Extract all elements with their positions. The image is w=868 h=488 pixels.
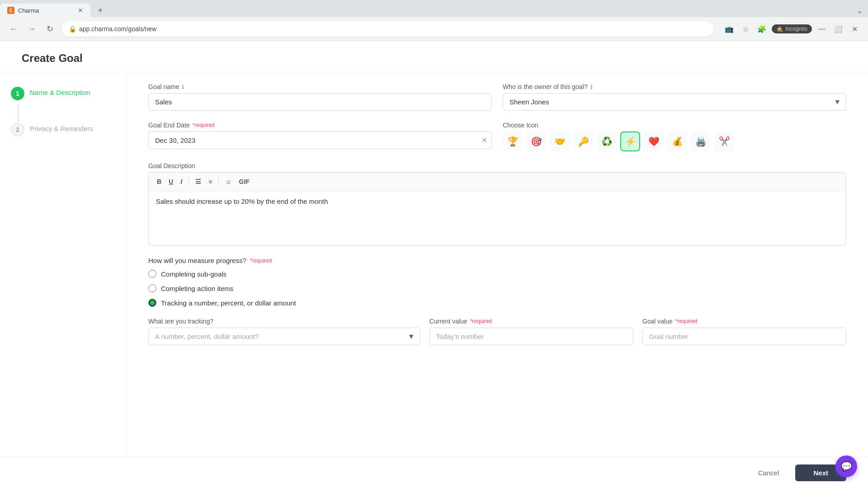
icon-chooser: 🏆 🎯 🤝 🔑 ♻️ ⚡ ❤️ 💰 🖨️ ✂️ bbox=[503, 131, 846, 151]
owner-label: Who is the owner of this goal? ℹ bbox=[503, 83, 846, 90]
tab-title: Charma bbox=[18, 7, 39, 14]
chat-bubble-button[interactable]: 💬 bbox=[835, 455, 857, 477]
main-content: Goal name ℹ Who is the owner of this goa… bbox=[127, 72, 868, 457]
back-button[interactable]: ← bbox=[7, 23, 20, 35]
current-value-group: Current value *required bbox=[429, 318, 633, 345]
sidebar-step-2: 2 Privacy & Reminders bbox=[11, 123, 115, 136]
cancel-button[interactable]: Cancel bbox=[749, 465, 788, 481]
maximize-button[interactable]: ⬜ bbox=[832, 23, 844, 35]
current-value-label: Current value *required bbox=[429, 318, 633, 325]
end-date-group: Goal End Date *required ✕ bbox=[148, 122, 492, 151]
radio-action-items-input[interactable] bbox=[148, 284, 156, 292]
icon-key[interactable]: 🔑 bbox=[573, 131, 593, 151]
goal-name-group: Goal name ℹ bbox=[148, 83, 492, 111]
description-group: Goal Description B U I ☰ ≡ ☺ GIF Sales s… bbox=[148, 162, 846, 246]
icon-heart[interactable]: ❤️ bbox=[644, 131, 664, 151]
end-date-input-wrapper: ✕ bbox=[148, 131, 492, 149]
url-display: app.charma.com/goals/new bbox=[79, 25, 156, 33]
radio-tracking-input[interactable] bbox=[148, 299, 156, 307]
radio-sub-goals-label: Completing sub-goals bbox=[161, 270, 226, 278]
tracking-type-select[interactable]: A number, percent, dollar amount? bbox=[148, 328, 420, 345]
gif-button[interactable]: GIF bbox=[236, 176, 252, 187]
end-date-clear-button[interactable]: ✕ bbox=[481, 136, 487, 145]
icon-trophy[interactable]: 🏆 bbox=[503, 131, 523, 151]
owner-select[interactable]: Sheen Jones bbox=[503, 93, 846, 111]
goal-value-group: Goal value *required bbox=[642, 318, 846, 345]
sidebar-step-1: 1 Name & Description bbox=[11, 87, 115, 100]
page-title: Create Goal bbox=[22, 52, 846, 65]
goal-value-label: Goal value *required bbox=[642, 318, 846, 325]
close-browser-button[interactable]: ✕ bbox=[848, 23, 861, 35]
page-content: 1 Name & Description 2 Privacy & Reminde… bbox=[0, 72, 868, 457]
toolbar-divider-1 bbox=[189, 178, 189, 186]
italic-button[interactable]: I bbox=[178, 176, 185, 187]
current-value-input[interactable] bbox=[429, 328, 633, 345]
radio-tracking: Tracking a number, percent, or dollar am… bbox=[148, 299, 846, 307]
editor-toolbar: B U I ☰ ≡ ☺ GIF bbox=[149, 173, 846, 191]
address-bar[interactable]: 🔒 app.charma.com/goals/new bbox=[61, 21, 714, 37]
page: Create Goal 1 Name & Description 2 Priva… bbox=[0, 41, 868, 488]
sidebar: 1 Name & Description 2 Privacy & Reminde… bbox=[0, 72, 127, 457]
icon-chooser-group: Choose Icon 🏆 🎯 🤝 🔑 ♻️ ⚡ ❤️ 💰 🖨️ ✂️ bbox=[503, 122, 846, 151]
icon-lightning[interactable]: ⚡ bbox=[620, 131, 640, 151]
minimize-button[interactable]: — bbox=[816, 23, 828, 35]
progress-section-label: How will you measure progress? *required bbox=[148, 257, 846, 264]
tabs-dropdown[interactable]: ⌄ bbox=[857, 6, 863, 15]
casting-button[interactable]: 📺 bbox=[723, 23, 736, 35]
bold-button[interactable]: B bbox=[154, 176, 164, 187]
reload-button[interactable]: ↻ bbox=[43, 23, 56, 35]
icon-money[interactable]: 💰 bbox=[667, 131, 687, 151]
incognito-label: Incognito bbox=[785, 26, 807, 32]
tab-favicon: C bbox=[7, 7, 14, 14]
tracking-select-wrapper: A number, percent, dollar amount? ▼ bbox=[148, 328, 420, 345]
end-date-input[interactable] bbox=[148, 131, 492, 149]
description-editor: B U I ☰ ≡ ☺ GIF Sales should increase up… bbox=[148, 172, 846, 246]
what-tracking-group: What are you tracking? A number, percent… bbox=[148, 318, 420, 345]
icon-target[interactable]: 🎯 bbox=[526, 131, 546, 151]
goal-name-label: Goal name ℹ bbox=[148, 83, 492, 90]
radio-sub-goals-input[interactable] bbox=[148, 270, 156, 278]
unordered-list-button[interactable]: ☰ bbox=[193, 176, 204, 187]
extensions-button[interactable]: 🧩 bbox=[755, 23, 768, 35]
step-connector bbox=[18, 104, 19, 122]
owner-group: Who is the owner of this goal? ℹ Sheen J… bbox=[503, 83, 846, 111]
owner-select-wrapper: Sheen Jones ▼ bbox=[503, 93, 846, 111]
owner-tooltip-icon: ℹ bbox=[590, 84, 593, 90]
radio-action-items-label: Completing action items bbox=[161, 285, 233, 292]
description-content[interactable]: Sales should increase up to 20% by the e… bbox=[149, 191, 846, 245]
ordered-list-button[interactable]: ≡ bbox=[206, 176, 215, 187]
step-1-label: Name & Description bbox=[30, 87, 90, 96]
emoji-button[interactable]: ☺ bbox=[222, 176, 234, 187]
chat-icon: 💬 bbox=[841, 461, 852, 472]
new-tab-button[interactable]: + bbox=[90, 4, 110, 17]
goal-value-input[interactable] bbox=[642, 328, 846, 345]
current-value-required: *required bbox=[470, 318, 492, 324]
radio-action-items: Completing action items bbox=[148, 284, 846, 292]
goal-name-owner-row: Goal name ℹ Who is the owner of this goa… bbox=[148, 83, 846, 111]
icon-scissors[interactable]: ✂️ bbox=[714, 131, 734, 151]
step-1-circle: 1 bbox=[11, 87, 24, 100]
progress-section: How will you measure progress? *required… bbox=[148, 257, 846, 307]
icon-print[interactable]: 🖨️ bbox=[691, 131, 711, 151]
end-date-icon-row: Goal End Date *required ✕ Choose Icon 🏆 … bbox=[148, 122, 846, 151]
tracking-row: What are you tracking? A number, percent… bbox=[148, 318, 846, 345]
underline-button[interactable]: U bbox=[166, 176, 176, 187]
page-header: Create Goal bbox=[0, 41, 868, 72]
forward-button[interactable]: → bbox=[25, 23, 38, 35]
browser-address-bar: ← → ↻ 🔒 app.charma.com/goals/new 📺 ☆ 🧩 🕵… bbox=[0, 17, 868, 41]
browser-actions: 📺 ☆ 🧩 🕵 Incognito — ⬜ ✕ bbox=[723, 23, 861, 35]
goal-name-tooltip-icon: ℹ bbox=[182, 84, 184, 90]
end-date-label: Goal End Date *required bbox=[148, 122, 492, 129]
browser-chrome: C Charma ✕ + ⌄ ← → ↻ 🔒 app.charma.com/go… bbox=[0, 0, 868, 41]
page-footer: Cancel Next bbox=[0, 457, 868, 488]
bookmark-button[interactable]: ☆ bbox=[739, 23, 752, 35]
what-tracking-label: What are you tracking? bbox=[148, 318, 420, 325]
choose-icon-label: Choose Icon bbox=[503, 122, 846, 129]
icon-recycle[interactable]: ♻️ bbox=[597, 131, 617, 151]
icon-handshake[interactable]: 🤝 bbox=[550, 131, 570, 151]
active-tab[interactable]: C Charma ✕ bbox=[0, 4, 90, 17]
close-tab-button[interactable]: ✕ bbox=[78, 7, 83, 14]
toolbar-divider-2 bbox=[218, 178, 219, 186]
goal-name-input[interactable] bbox=[148, 93, 492, 111]
incognito-icon: 🕵 bbox=[776, 26, 783, 32]
